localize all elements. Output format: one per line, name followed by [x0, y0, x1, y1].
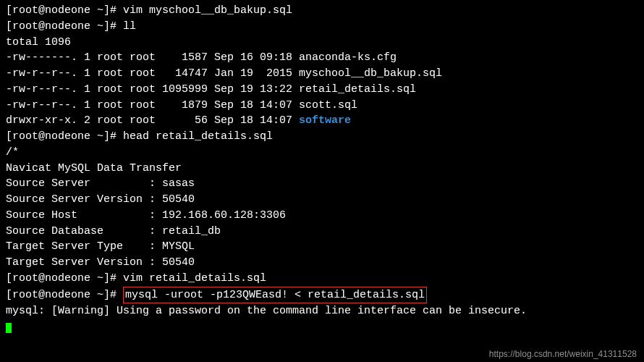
command-text: head retail_details.sql [123, 130, 273, 143]
command-text: vim retail_details.sql [123, 272, 266, 285]
command-line: [root@nodeone ~]# vim myschool__db_bakup… [6, 3, 638, 19]
prompt: [root@nodeone ~]# [6, 20, 123, 33]
directory-name: software [299, 114, 351, 127]
warning-line: mysql: [Warning] Using a password on the… [6, 303, 638, 319]
file-listing-line: drwxr-xr-x. 2 root root 56 Sep 18 14:07 … [6, 113, 638, 129]
output-line: Target Server Version : 50540 [6, 255, 638, 271]
command-line: [root@nodeone ~]# head retail_details.sq… [6, 129, 638, 145]
watermark-text: https://blog.csdn.net/weixin_41311528 [489, 348, 637, 361]
command-line: [root@nodeone ~]# vim retail_details.sql [6, 271, 638, 287]
prompt: [root@nodeone ~]# [6, 4, 123, 17]
command-text: ll [123, 20, 136, 33]
prompt: [root@nodeone ~]# [6, 289, 123, 301]
output-line: Source Server Version : 50540 [6, 192, 638, 208]
terminal-output[interactable]: [root@nodeone ~]# vim myschool__db_bakup… [6, 3, 638, 335]
highlighted-command: mysql -uroot -p123QWEasd! < retail_detai… [123, 287, 427, 304]
file-listing-line: -rw-------. 1 root root 1587 Sep 16 09:1… [6, 50, 638, 66]
file-listing-line: -rw-r--r--. 1 root root 14747 Jan 19 201… [6, 66, 638, 82]
prompt: [root@nodeone ~]# [6, 130, 123, 143]
output-line: Target Server Type : MYSQL [6, 239, 638, 255]
output-line: Source Database : retail_db [6, 224, 638, 240]
output-line: total 1096 [6, 35, 638, 51]
cursor-icon [6, 323, 12, 333]
file-listing-line: -rw-r--r--. 1 root root 1095999 Sep 19 1… [6, 82, 638, 98]
output-line: Source Server : sasas [6, 176, 638, 192]
output-line: /* [6, 145, 638, 161]
command-text: vim myschool__db_bakup.sql [123, 4, 292, 17]
output-line: Source Host : 192.168.60.128:3306 [6, 208, 638, 224]
prompt: [root@nodeone ~]# [6, 272, 123, 285]
file-listing-line: -rw-r--r--. 1 root root 1879 Sep 18 14:0… [6, 98, 638, 114]
output-line: Navicat MySQL Data Transfer [6, 161, 638, 177]
command-line: [root@nodeone ~]# ll [6, 19, 638, 35]
cursor-line [6, 319, 638, 335]
command-line-highlighted: [root@nodeone ~]# mysql -uroot -p123QWEa… [6, 287, 638, 304]
